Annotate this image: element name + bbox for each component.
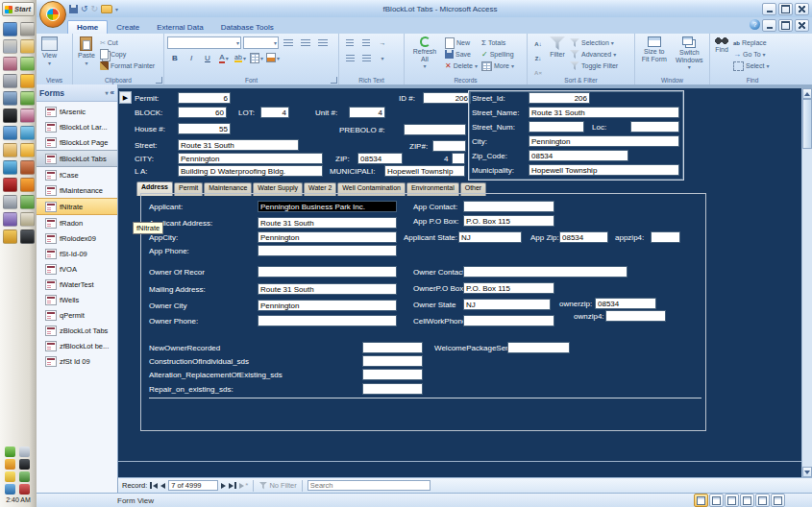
welcome-package-input[interactable] xyxy=(507,342,570,353)
nav-item-zfblocklot-be[interactable]: zfBlockLot be... xyxy=(37,338,117,353)
tray-icon[interactable] xyxy=(19,459,30,470)
tray-icon[interactable] xyxy=(5,447,15,457)
form-vertical-scrollbar[interactable] xyxy=(801,88,812,477)
find-button[interactable]: Find xyxy=(713,36,730,55)
clipboard-dialog-launcher-icon[interactable] xyxy=(156,77,162,84)
block-input[interactable] xyxy=(178,107,227,118)
paste-button[interactable]: Paste ▾ xyxy=(76,36,97,67)
selection-button[interactable]: Selection▾ xyxy=(569,37,619,48)
help-icon[interactable]: ? xyxy=(750,19,760,30)
alteration-input[interactable] xyxy=(362,369,423,380)
pivotchart-view-button[interactable] xyxy=(740,494,754,507)
size-to-fit-button[interactable]: Size to Fit Form xyxy=(638,36,671,63)
scroll-up-button[interactable] xyxy=(802,88,812,99)
child-close-button[interactable] xyxy=(795,19,809,32)
taskbar-icon[interactable] xyxy=(20,126,35,140)
pivottable-view-button[interactable] xyxy=(725,494,739,507)
font-size-combo[interactable]: ▾ xyxy=(243,36,279,49)
applicant-state-input[interactable] xyxy=(458,231,522,243)
nav-item-qpermit[interactable]: qPermit xyxy=(37,307,117,323)
lka-input[interactable] xyxy=(178,165,323,177)
nav-item-fmaintenance[interactable]: fMaintenance xyxy=(37,182,117,198)
zip-code-input[interactable] xyxy=(529,150,628,161)
text-direction-button[interactable]: → xyxy=(375,36,390,49)
tray-icon[interactable] xyxy=(5,484,15,495)
lot-input[interactable] xyxy=(260,107,289,118)
nav-pane-header[interactable]: Forms ▾ « xyxy=(37,84,117,102)
unit-input[interactable] xyxy=(349,107,385,118)
select-button[interactable]: Select▾ xyxy=(732,60,770,71)
undo-icon[interactable]: ↺ xyxy=(81,5,88,13)
underline-button[interactable]: U xyxy=(200,51,215,64)
street-name-input[interactable] xyxy=(529,107,679,118)
nav-item-farsenic[interactable]: fArsenic xyxy=(37,104,117,119)
ownerzip-input[interactable] xyxy=(595,298,656,309)
panel-municipality-input[interactable] xyxy=(529,164,679,176)
font-color-button[interactable]: A▾ xyxy=(216,51,232,64)
spelling-button[interactable]: ✓Spelling xyxy=(480,49,515,60)
new-record-nav-button[interactable]: * xyxy=(239,481,248,490)
office-button[interactable] xyxy=(39,1,66,28)
first-record-button[interactable] xyxy=(150,482,158,489)
nav-item-fvoa[interactable]: fVOA xyxy=(37,261,117,277)
nav-item-fst-id-09[interactable]: fSt-Id-09 xyxy=(37,246,117,261)
font-name-combo[interactable]: ▾ xyxy=(167,36,241,49)
nav-item-frolodex09[interactable]: fRolodex09 xyxy=(37,230,117,246)
more-button[interactable]: More▾ xyxy=(480,60,515,71)
gridlines-button[interactable]: ▾ xyxy=(249,51,264,64)
taskbar-icon[interactable] xyxy=(20,109,35,123)
tab-home[interactable]: Home xyxy=(67,20,108,34)
previous-record-button[interactable] xyxy=(160,483,165,489)
applicant-address-input[interactable] xyxy=(258,217,397,229)
app-phone-input[interactable] xyxy=(258,245,397,256)
sort-ascending-button[interactable]: A↓ xyxy=(530,37,546,51)
save-record-button[interactable]: Save xyxy=(444,49,479,60)
municipality-input[interactable] xyxy=(384,165,465,177)
taskbar-icon[interactable] xyxy=(3,22,17,36)
taskbar-icon[interactable] xyxy=(20,229,35,244)
datasheet-view-button[interactable] xyxy=(709,494,724,507)
design-view-button[interactable] xyxy=(771,494,785,507)
nav-item-fwatertest[interactable]: fWaterTest xyxy=(37,277,117,292)
taskbar-icon[interactable] xyxy=(20,160,35,175)
taskbar-icon[interactable] xyxy=(20,178,35,192)
owner-city-input[interactable] xyxy=(258,300,397,311)
appzip4-input[interactable] xyxy=(651,231,680,243)
nav-item-fwells[interactable]: fWells xyxy=(37,292,117,307)
nav-item-zblocklot-tabs[interactable]: zBlockLot Tabs xyxy=(37,323,117,338)
no-filter-button[interactable]: No Filter xyxy=(258,481,296,490)
zipnum-input[interactable] xyxy=(432,140,466,152)
redo-icon[interactable]: ↻ xyxy=(91,5,99,13)
taskbar-icon[interactable] xyxy=(3,109,17,123)
bold-button[interactable]: B xyxy=(167,51,183,64)
record-position[interactable]: 7 of 4999 xyxy=(168,480,218,491)
cellworkphone-input[interactable] xyxy=(463,315,554,326)
decrease-indent-button[interactable] xyxy=(342,36,357,49)
zip-input[interactable] xyxy=(357,153,403,164)
bullets-button[interactable] xyxy=(358,51,374,64)
form-view-button[interactable] xyxy=(694,494,708,507)
nav-item-fblocklot-tabs[interactable]: fBlockLot Tabs xyxy=(37,150,117,167)
tray-icon[interactable] xyxy=(5,471,15,482)
highlight-color-button[interactable]: ab▾ xyxy=(233,51,248,64)
city-input[interactable] xyxy=(178,153,323,164)
taskbar-icon[interactable] xyxy=(3,178,17,192)
taskbar-icon[interactable] xyxy=(3,74,17,88)
tray-icon[interactable] xyxy=(5,459,15,470)
minimize-button[interactable] xyxy=(762,3,776,15)
taskbar-icon[interactable] xyxy=(3,160,17,175)
taskbar-icon[interactable] xyxy=(20,212,35,227)
new-owner-recorded-input[interactable] xyxy=(362,342,423,353)
taskbar-icon[interactable] xyxy=(3,91,17,106)
taskbar-icon[interactable] xyxy=(20,143,35,157)
nav-item-fblocklot-page[interactable]: fBlockLot Page xyxy=(37,134,117,150)
app-pobox-input[interactable] xyxy=(463,215,554,227)
id-input[interactable] xyxy=(423,92,471,104)
nav-collapse-icon[interactable]: « xyxy=(111,88,114,97)
taskbar-icon[interactable] xyxy=(3,212,17,227)
refresh-all-button[interactable]: Refresh All ▾ xyxy=(407,36,442,71)
fill-color-button[interactable]: ▾ xyxy=(265,51,281,64)
tab-database-tools[interactable]: Database Tools xyxy=(212,21,283,34)
owner-contact-input[interactable] xyxy=(463,266,627,278)
layout-view-button[interactable] xyxy=(755,494,770,507)
